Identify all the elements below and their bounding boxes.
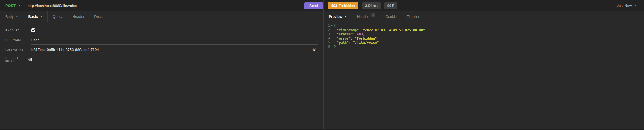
tab-body-label: Body [5,14,14,19]
code-line: 2"timestamp": "2022-07-03T14:49:51.025+0… [324,28,644,32]
help-icon[interactable]: ? [28,58,31,61]
tab-header[interactable]: Header [68,11,89,22]
status-code: 403 [331,4,337,8]
code-line: 1▼{ [324,24,644,28]
line-number: 5 [324,41,330,44]
basic-auth-form: ENABLED USERNAME user PASSWORD b31ffcca-… [0,22,323,129]
password-label: PASSWORD [5,48,31,51]
code-tokens: { [334,24,336,28]
tabbar-filler [108,11,323,22]
code-tokens: } [334,45,336,49]
response-tabbar: Preview ▼ Header 9 Cookie Timeline [324,11,644,22]
code-line: 6} [324,45,644,49]
code-line: 3"status": 403, [324,32,644,36]
iso-checkbox[interactable] [31,58,35,61]
chevron-down-icon[interactable]: ▼ [18,5,20,7]
tab-basic[interactable]: Basic ▼ [23,11,48,22]
chevron-down-icon: ▼ [40,16,42,18]
tab-preview[interactable]: Preview ▼ [324,11,352,22]
url-input[interactable]: http://localhost:8080/file/voice [28,4,304,8]
response-size-badge: 99 B [384,2,398,9]
tab-basic-label: Basic [28,14,38,19]
fold-toggle-icon[interactable]: ▼ [330,24,334,27]
username-label: USERNAME [5,38,31,42]
api-client-window: POST ▼ http://localhost:8080/file/voice … [0,0,644,130]
line-number: 4 [324,36,330,40]
tab-response-header-label: Header [357,14,369,19]
response-time-badge: 3.04 ms [362,2,380,9]
response-body-code: 1▼{2"timestamp": "2022-07-03T14:49:51.02… [324,22,644,129]
eye-off-icon[interactable] [312,48,316,52]
iso-label: USE ISO 8859-1 ? [5,56,31,63]
iso-row: USE ISO 8859-1 ? [0,55,323,64]
tab-docs-label: Docs [94,14,103,19]
tab-timeline-label: Timeline [407,14,420,19]
chevron-down-icon: ▼ [16,16,18,18]
chevron-down-icon: ▼ [634,5,636,7]
response-recency-label: Just Now [617,4,632,8]
code-tokens: "error": "Forbidden", [334,36,379,40]
code-tokens: "status": 403, [334,32,365,36]
tab-query-label: Query [53,14,62,19]
send-button[interactable]: Send [304,2,323,9]
tab-docs[interactable]: Docs [89,11,108,22]
username-row: USERNAME user [0,35,323,45]
request-url-bar: POST ▼ http://localhost:8080/file/voice … [0,0,323,11]
password-row: PASSWORD b31ffcca-0b5b-411c-8753-880ecef… [0,45,323,55]
tab-query[interactable]: Query [48,11,67,22]
line-number: 3 [324,32,330,36]
tab-body[interactable]: Body ▼ [0,11,23,22]
status-text: Forbidden [339,4,355,8]
chevron-down-icon: ▼ [345,16,347,18]
tab-cookie-label: Cookie [385,14,396,19]
response-history-dropdown[interactable]: Just Now ▼ [617,4,636,8]
request-tabbar: Body ▼ Basic ▼ Query Header Docs [0,11,323,22]
response-pane: 403 Forbidden 3.04 ms 99 B Just Now ▼ Pr… [324,0,644,129]
http-method-dropdown[interactable]: POST [5,4,16,8]
enabled-row: ENABLED [0,25,323,35]
username-input[interactable]: user [31,35,318,45]
enabled-label: ENABLED [5,29,31,32]
tab-response-header[interactable]: Header 9 [352,11,380,22]
tab-preview-label: Preview [329,14,342,19]
code-tokens: "timestamp": "2022-07-03T14:49:51.025+00… [334,28,427,32]
line-number: 2 [324,28,330,32]
code-line: 4"error": "Forbidden", [324,36,644,40]
code-line: 5"path": "/file/voice" [324,40,644,45]
line-number: 6 [324,45,330,48]
enabled-checkbox[interactable] [31,28,35,32]
code-tokens: "path": "/file/voice" [334,41,379,45]
response-status-bar: 403 Forbidden 3.04 ms 99 B Just Now ▼ [324,0,644,11]
tab-header-label: Header [73,14,84,19]
tab-timeline[interactable]: Timeline [402,11,425,22]
request-pane: POST ▼ http://localhost:8080/file/voice … [0,0,323,129]
tabbar-filler [425,11,644,22]
tab-cookie[interactable]: Cookie [380,11,401,22]
password-input[interactable]: b31ffcca-0b5b-411c-8753-880ecefe7194 [31,45,309,54]
status-badge: 403 Forbidden [328,2,358,9]
header-count-badge: 9 [371,13,376,17]
line-number: 1 [324,24,330,28]
